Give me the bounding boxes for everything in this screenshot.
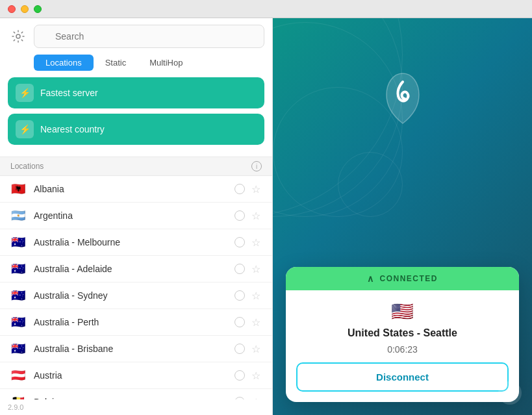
location-name: Australia - Brisbane — [34, 344, 228, 354]
radio-au-melbourne[interactable] — [234, 237, 245, 247]
connected-banner: ∧ CONNECTED — [286, 267, 519, 290]
chevron-up-icon[interactable]: ∧ — [367, 273, 375, 284]
list-item[interactable]: 🇦🇱 Albania ☆ — [0, 176, 272, 203]
nearest-icon: ⚡ — [16, 120, 34, 138]
tab-locations[interactable]: Locations — [34, 55, 94, 71]
nearest-country-button[interactable]: ⚡ Nearest country — [8, 114, 264, 145]
tab-static[interactable]: Static — [94, 55, 138, 71]
locations-section-label: Locations — [10, 162, 44, 171]
flag-au-melbourne: 🇦🇺 — [9, 236, 27, 249]
disconnect-button[interactable]: Disconnect — [296, 362, 509, 392]
list-item[interactable]: 🇦🇺 Australia - Sydney ☆ — [0, 283, 272, 309]
left-panel: 🔍 Locations Static MultiHop ⚡ Fastest se… — [0, 18, 273, 415]
surfshark-logo — [380, 70, 425, 122]
search-wrapper: 🔍 — [34, 25, 264, 48]
top-bar: 🔍 — [0, 18, 272, 48]
star-albania[interactable]: ☆ — [251, 183, 263, 195]
radio-au-adelaide[interactable] — [234, 264, 245, 274]
location-name: Albania — [34, 184, 228, 194]
list-item[interactable]: 🇦🇺 Australia - Perth ☆ — [0, 309, 272, 336]
star-au-adelaide[interactable]: ☆ — [251, 263, 263, 275]
home-icon[interactable] — [498, 381, 522, 405]
flag-austria: 🇦🇹 — [9, 369, 27, 382]
radio-argentina[interactable] — [234, 210, 245, 221]
connection-info: 🇺🇸 United States - Seattle 0:06:23 Disco… — [286, 290, 519, 402]
nearest-label: Nearest country — [40, 124, 105, 134]
flag-albania: 🇦🇱 — [9, 182, 27, 195]
info-icon[interactable]: i — [251, 161, 262, 171]
settings-button[interactable] — [8, 26, 29, 47]
maximize-button[interactable] — [34, 5, 42, 13]
location-list: 🇦🇱 Albania ☆ 🇦🇷 Argentina ☆ 🇦🇺 Australia… — [0, 176, 272, 399]
list-item[interactable]: 🇦🇹 Austria ☆ — [0, 362, 272, 389]
radio-au-perth[interactable] — [234, 317, 245, 327]
connected-status: CONNECTED — [379, 274, 438, 283]
list-item[interactable]: 🇦🇺 Australia - Adelaide ☆ — [0, 256, 272, 283]
flag-argentina: 🇦🇷 — [9, 209, 27, 222]
location-name: Austria — [34, 370, 228, 381]
quick-actions: ⚡ Fastest server ⚡ Nearest country — [0, 71, 272, 157]
home-svg — [503, 386, 516, 399]
location-name: Australia - Perth — [34, 317, 228, 327]
fastest-icon: ⚡ — [16, 84, 34, 102]
tab-multihop[interactable]: MultiHop — [138, 55, 194, 71]
location-name: Australia - Sydney — [34, 290, 228, 301]
fastest-label: Fastest server — [40, 88, 98, 98]
flag-au-brisbane: 🇦🇺 — [9, 342, 27, 355]
list-item[interactable]: 🇦🇺 Australia - Melbourne ☆ — [0, 229, 272, 256]
list-item[interactable]: 🇦🇷 Argentina ☆ — [0, 203, 272, 229]
star-au-brisbane[interactable]: ☆ — [251, 343, 263, 355]
connected-card: ∧ CONNECTED 🇺🇸 United States - Seattle 0… — [286, 267, 519, 402]
search-input[interactable] — [34, 25, 264, 48]
right-panel: ∧ CONNECTED 🇺🇸 United States - Seattle 0… — [273, 18, 532, 415]
connection-country: United States - Seattle — [348, 327, 457, 339]
fastest-server-button[interactable]: ⚡ Fastest server — [8, 77, 264, 108]
star-austria[interactable]: ☆ — [251, 370, 263, 381]
tabs-container: Locations Static MultiHop — [0, 48, 272, 71]
radio-au-brisbane[interactable] — [234, 344, 245, 354]
locations-header: Locations i — [0, 157, 272, 176]
app-container: 🔍 Locations Static MultiHop ⚡ Fastest se… — [0, 18, 532, 415]
flag-au-perth: 🇦🇺 — [9, 316, 27, 329]
location-name: Argentina — [34, 210, 228, 221]
close-button[interactable] — [8, 5, 16, 13]
titlebar — [0, 0, 532, 18]
radio-austria[interactable] — [234, 370, 245, 381]
star-au-perth[interactable]: ☆ — [251, 316, 263, 328]
svg-point-0 — [16, 34, 20, 38]
connection-flag: 🇺🇸 — [391, 301, 414, 322]
gear-icon — [12, 30, 25, 43]
star-au-melbourne[interactable]: ☆ — [251, 236, 263, 248]
star-au-sydney[interactable]: ☆ — [251, 290, 263, 301]
star-argentina[interactable]: ☆ — [251, 210, 263, 221]
list-item[interactable]: 🇦🇺 Australia - Brisbane ☆ — [0, 336, 272, 362]
radio-albania[interactable] — [234, 184, 245, 194]
radio-au-sydney[interactable] — [234, 290, 245, 301]
flag-au-sydney: 🇦🇺 — [9, 289, 27, 302]
flag-au-adelaide: 🇦🇺 — [9, 262, 27, 275]
list-item[interactable]: 🇧🇪 Belgium ☆ — [0, 389, 272, 399]
minimize-button[interactable] — [21, 5, 29, 13]
location-name: Australia - Melbourne — [34, 237, 228, 247]
connection-timer: 0:06:23 — [387, 344, 418, 355]
location-name: Australia - Adelaide — [34, 264, 228, 274]
version-label: 2.9.0 — [0, 399, 272, 415]
